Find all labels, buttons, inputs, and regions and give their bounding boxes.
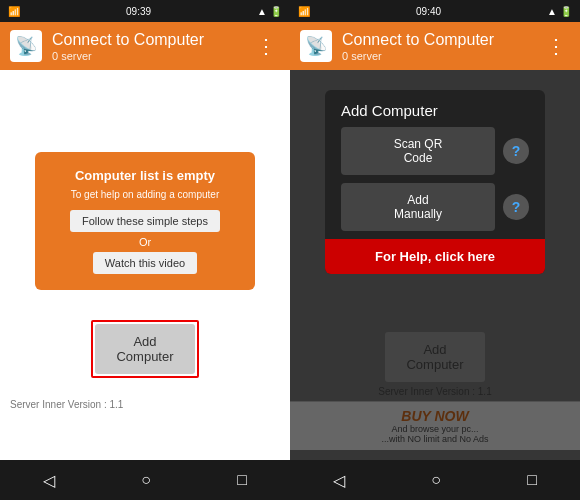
left-main-content: Computer list is empty To get help on ad… [0,70,290,460]
empty-state-subtitle: To get help on adding a computer [51,189,239,200]
add-computer-button[interactable]: AddComputer [95,324,195,374]
scan-qr-help-icon[interactable]: ? [503,138,529,164]
app-logo: 📡 [10,30,42,62]
left-status-right: ▲ 🔋 [257,6,282,17]
add-computer-dialog: Add Computer Scan QRCode ? AddManually ?… [325,90,545,274]
right-phone-screen: 📶 09:40 ▲ 🔋 📡 Connect to Computer 0 serv… [290,0,580,500]
right-more-button[interactable]: ⋮ [542,34,570,58]
help-click-button[interactable]: For Help, click here [325,239,545,274]
add-manually-help-icon[interactable]: ? [503,194,529,220]
left-app-title-container: Connect to Computer 0 server [52,30,252,61]
right-app-title: Connect to Computer [342,30,542,49]
right-status-bar: 📶 09:40 ▲ 🔋 [290,0,580,22]
right-battery-icon: 🔋 [560,6,572,17]
home-button[interactable]: ○ [127,465,165,495]
right-time: 09:40 [416,6,441,17]
right-app-logo: 📡 [300,30,332,62]
watch-video-button[interactable]: Watch this video [93,252,197,274]
follow-steps-button[interactable]: Follow these simple steps [70,210,220,232]
empty-state-box: Computer list is empty To get help on ad… [35,152,255,290]
right-recent-button[interactable]: □ [513,465,551,495]
left-nav-bar: ◁ ○ □ [0,460,290,500]
left-server-count: 0 server [52,50,252,62]
dialog-overlay: Add Computer Scan QRCode ? AddManually ?… [290,70,580,460]
right-app-title-container: Connect to Computer 0 server [342,30,542,61]
scan-qr-row: Scan QRCode ? [341,127,529,175]
left-phone-screen: 📶 09:39 ▲ 🔋 📡 Connect to Computer 0 serv… [0,0,290,500]
dialog-title: Add Computer [325,90,545,127]
right-signal-icon: ▲ [547,6,557,17]
recent-button[interactable]: □ [223,465,261,495]
add-computer-container: AddComputer [91,320,199,378]
left-status-icons: 📶 [8,6,20,17]
scan-qr-button[interactable]: Scan QRCode [341,127,495,175]
empty-state-title: Computer list is empty [51,168,239,183]
left-time: 09:39 [126,6,151,17]
right-back-button[interactable]: ◁ [319,465,359,496]
right-app-wifi-icon: 📡 [305,35,327,57]
add-manually-row: AddManually ? [341,183,529,231]
back-button[interactable]: ◁ [29,465,69,496]
add-manually-button[interactable]: AddManually [341,183,495,231]
app-wifi-icon: 📡 [15,35,37,57]
signal-icon: ▲ [257,6,267,17]
wifi-icon: 🔋 [270,6,282,17]
right-home-button[interactable]: ○ [417,465,455,495]
or-divider: Or [51,236,239,248]
wifi-status-icon: 📶 [8,6,20,17]
dialog-options: Scan QRCode ? AddManually ? [325,127,545,231]
right-app-bar: 📡 Connect to Computer 0 server ⋮ [290,22,580,70]
left-app-title: Connect to Computer [52,30,252,49]
right-wifi-status-icon: 📶 [298,6,310,17]
right-server-count: 0 server [342,50,542,62]
right-status-icons: 📶 [298,6,310,17]
right-nav-bar: ◁ ○ □ [290,460,580,500]
left-app-bar: 📡 Connect to Computer 0 server ⋮ [0,22,290,70]
right-status-right: ▲ 🔋 [547,6,572,17]
left-more-button[interactable]: ⋮ [252,34,280,58]
left-status-bar: 📶 09:39 ▲ 🔋 [0,0,290,22]
left-version-text: Server Inner Version : 1.1 [10,399,123,410]
